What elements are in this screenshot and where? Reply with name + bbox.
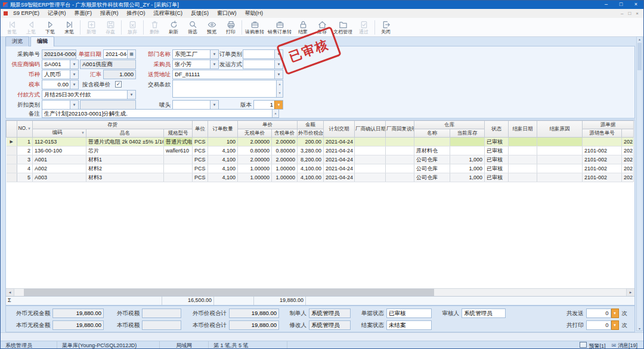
- cell-source_sales[interactable]: 2101-002: [583, 173, 622, 182]
- cell-close_reason[interactable]: [537, 147, 583, 155]
- cell-close_date[interactable]: [509, 155, 537, 164]
- cell-status[interactable]: 已审核: [485, 147, 509, 155]
- col-header-price-inc[interactable]: 含税单价: [272, 129, 298, 138]
- tab-edit[interactable]: 编辑: [30, 36, 54, 46]
- menu-item-5[interactable]: 操作(O): [123, 9, 150, 18]
- horizontal-scrollbar[interactable]: ◂ ▸: [6, 288, 634, 296]
- cell-stock[interactable]: [450, 138, 485, 147]
- cell-no[interactable]: 3: [17, 155, 33, 164]
- cell-close_date[interactable]: [509, 147, 537, 155]
- cell-unit[interactable]: PCS: [193, 164, 208, 173]
- cell-wh[interactable]: 公司仓库: [414, 164, 450, 173]
- cell-due[interactable]: 2021-04-24: [324, 173, 355, 182]
- cell-confirm[interactable]: [355, 138, 386, 147]
- menu-item-7[interactable]: 反馈(S): [187, 9, 213, 18]
- table-row[interactable]: ▶1112-0153普通片式电阻 2k 0402 ±5% 1/16W普通片式电阻…: [7, 138, 634, 147]
- cell-qty[interactable]: 4,100: [208, 155, 238, 164]
- table-row[interactable]: 5A003材料3PCS4,1001.000001.000004,100.0020…: [7, 173, 634, 182]
- cell-price_ex[interactable]: 1.00000: [238, 173, 272, 182]
- cell-reply[interactable]: [386, 147, 414, 155]
- cell-source_sales[interactable]: 2101-002: [583, 164, 622, 173]
- cell-source_sales[interactable]: 2101-002: [583, 147, 622, 155]
- col-header-status[interactable]: 状态: [485, 121, 509, 138]
- menu-item-2[interactable]: 记录(R): [44, 9, 70, 18]
- spinner-icon[interactable]: ▾: [274, 101, 283, 109]
- cell-amount[interactable]: 8,200.00: [298, 155, 324, 164]
- cell-wh[interactable]: [414, 138, 450, 147]
- cell-unit[interactable]: PCS: [193, 138, 208, 147]
- cell-wh[interactable]: 原材料仓: [414, 147, 450, 155]
- remark-field[interactable]: 生产计划[202103-0001]分解生成.▴▾: [42, 109, 279, 118]
- cell-source_cut[interactable]: 202: [622, 147, 634, 155]
- cell-status[interactable]: 已审核: [485, 164, 509, 173]
- cell-close_reason[interactable]: [537, 164, 583, 173]
- cell-no[interactable]: 2: [17, 147, 33, 155]
- cell-close_reason[interactable]: [537, 173, 583, 182]
- cell-name[interactable]: 芯片: [86, 147, 164, 155]
- toolbar-exit-button[interactable]: 关闭: [376, 18, 395, 36]
- cell-close_date[interactable]: [509, 164, 537, 173]
- cell-due[interactable]: 2021-04-24: [324, 138, 355, 147]
- cell-qty[interactable]: 4,100: [208, 164, 238, 173]
- sort-icon[interactable]: ▼: [81, 129, 85, 137]
- col-header-wh-name[interactable]: 名称: [414, 129, 450, 138]
- cell-unit[interactable]: PCS: [193, 147, 208, 155]
- cell-name[interactable]: 材料3: [86, 173, 164, 182]
- menu-item-9[interactable]: 帮助(H): [241, 9, 268, 18]
- toolbar-sales-transfer-button[interactable]: 销售订单转: [266, 18, 293, 36]
- menu-item-3[interactable]: 界面(F): [70, 9, 97, 18]
- cell-amount[interactable]: 200.00: [298, 138, 324, 147]
- currency-field[interactable]: 人民币▾: [42, 70, 79, 79]
- col-header-amount-fc[interactable]: 外币价税合计: [298, 129, 324, 138]
- menu-item-1[interactable]: S9 ERP(E): [9, 9, 44, 18]
- cell-source_sales[interactable]: 2101-002: [583, 155, 622, 164]
- spinner-icon[interactable]: ▾: [611, 320, 619, 330]
- alerts-item[interactable]: 预警[1]: [580, 342, 605, 349]
- filter-funnel-icon[interactable]: ▼: [27, 125, 32, 133]
- vertical-scrollbar[interactable]: ▴ ▾: [636, 36, 643, 331]
- chevron-down-icon[interactable]: ▾: [70, 60, 78, 68]
- cell-due[interactable]: 2021-04-24: [324, 164, 355, 173]
- cell-no[interactable]: 5: [17, 173, 33, 182]
- scroll-down-icon[interactable]: ▾: [639, 326, 640, 331]
- close-button[interactable]: ×: [628, 1, 643, 9]
- cell-close_reason[interactable]: [537, 155, 583, 164]
- cell-name[interactable]: 普通片式电阻 2k 0402 ±5% 1/16W: [86, 138, 164, 147]
- minimize-button[interactable]: –: [599, 1, 614, 9]
- chevron-down-icon[interactable]: ▾: [70, 101, 78, 109]
- cell-source_cut[interactable]: 202: [622, 164, 634, 173]
- discount-type-field[interactable]: ▾: [42, 100, 79, 110]
- cell-price_ex[interactable]: 2.00000: [238, 138, 272, 147]
- cell-confirm[interactable]: [355, 155, 386, 164]
- cell-price_ex[interactable]: 0.80000: [238, 147, 272, 155]
- col-header-wh-stock[interactable]: 当前库存: [450, 129, 485, 138]
- cell-price_ex[interactable]: 1.00000: [238, 164, 272, 173]
- tax-rate-field[interactable]: 0.00▾: [42, 80, 79, 89]
- shipping-mark-field[interactable]: ▾: [172, 100, 219, 110]
- version-field[interactable]: 1▾: [253, 100, 283, 110]
- cell-code[interactable]: A003: [33, 173, 86, 182]
- toolbar-request-transfer-button[interactable]: 请购单转: [243, 18, 266, 36]
- scroll-left-icon[interactable]: ◂: [6, 289, 14, 296]
- print-count-field[interactable]: 0: [586, 320, 611, 330]
- supplier-code-field[interactable]: SA001▾: [42, 60, 79, 69]
- cell-price_inc[interactable]: 2.00000: [272, 155, 298, 164]
- cell-amount[interactable]: 4,100.00: [298, 164, 324, 173]
- chevron-down-icon[interactable]: ▾: [127, 91, 135, 99]
- cell-no[interactable]: 1: [17, 138, 33, 147]
- col-header-price-ex[interactable]: 无税单价: [238, 129, 272, 138]
- cell-confirm[interactable]: [355, 173, 386, 182]
- send-count-field[interactable]: 0: [586, 309, 611, 318]
- cell-source_cut[interactable]: 202: [622, 155, 634, 164]
- order-type-field[interactable]: ▾: [243, 49, 283, 59]
- toolbar-filter-button[interactable]: 筛选: [183, 18, 202, 36]
- cell-source_cut[interactable]: 202: [622, 173, 634, 182]
- cell-close_date[interactable]: [509, 138, 537, 147]
- cell-code[interactable]: 112-0153: [33, 138, 86, 147]
- chevron-down-icon[interactable]: ▾: [210, 50, 218, 58]
- col-header-name[interactable]: 品名: [86, 129, 164, 138]
- cell-stock[interactable]: [450, 147, 485, 155]
- mini-scrollbar[interactable]: ▴▾: [276, 80, 283, 97]
- scroll-up-icon[interactable]: ▴: [639, 37, 640, 41]
- ship-method-field[interactable]: ▾: [243, 60, 283, 69]
